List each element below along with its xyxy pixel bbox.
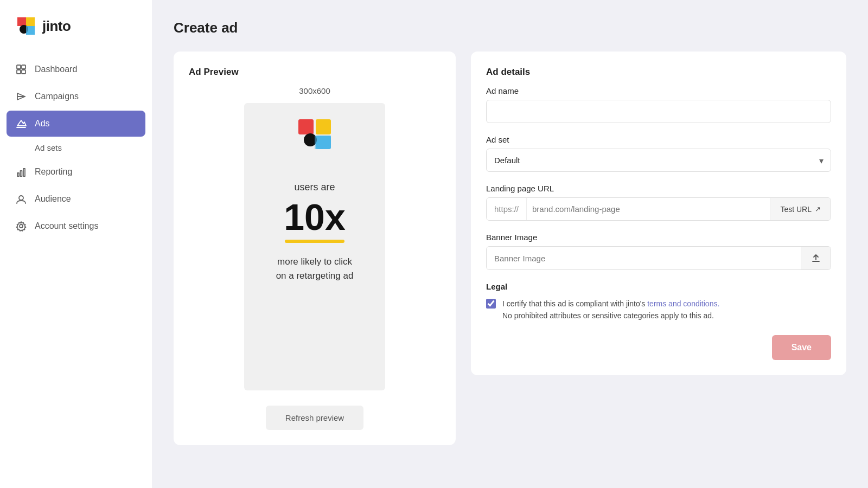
upload-button[interactable] — [801, 247, 831, 269]
main-content: Create ad Ad Preview 300x600 users are 1… — [152, 0, 868, 488]
svg-rect-2 — [22, 65, 25, 69]
page-title: Create ad — [174, 20, 846, 36]
upload-icon — [811, 253, 821, 263]
landing-page-url-label: Landing page URL — [486, 184, 831, 193]
sidebar-sub-item-label: Ad sets — [35, 143, 62, 152]
save-btn-wrap: Save — [486, 335, 831, 360]
banner-image-group: Banner Image — [486, 233, 831, 270]
save-button[interactable]: Save — [772, 335, 831, 360]
legal-text: I certify that this ad is compliant with… — [502, 298, 719, 322]
settings-icon — [15, 220, 27, 232]
preview-size-label: 300x600 — [189, 86, 441, 95]
url-input-group: https:// Test URL ↗ — [486, 197, 831, 221]
ad-set-label: Ad set — [486, 135, 831, 144]
svg-rect-1 — [17, 65, 21, 69]
ad-details-title: Ad details — [486, 67, 831, 78]
svg-rect-10 — [23, 169, 25, 176]
refresh-preview-button[interactable]: Refresh preview — [266, 406, 363, 430]
app-name: jinto — [42, 18, 71, 35]
terms-link[interactable]: terms and conditions. — [647, 299, 719, 308]
banner-input-group — [486, 246, 831, 270]
sidebar-item-dashboard[interactable]: Dashboard — [7, 56, 145, 82]
sidebar-item-ad-sets[interactable]: Ad sets — [7, 138, 145, 158]
ads-icon — [15, 118, 27, 130]
sidebar-item-label: Dashboard — [35, 65, 77, 74]
sidebar-item-campaigns[interactable]: Campaigns — [7, 84, 145, 110]
sidebar-item-audience[interactable]: Audience — [7, 186, 145, 212]
content-grid: Ad Preview 300x600 users are 10x more li… — [174, 52, 846, 445]
refresh-btn-wrap: Refresh preview — [189, 406, 441, 430]
preview-text-top: users are — [294, 182, 335, 193]
ad-set-select[interactable]: Default Set 1 Set 2 — [486, 149, 831, 172]
sidebar: jinto Dashboard Campaigns — [0, 0, 152, 488]
external-link-icon: ↗ — [815, 205, 821, 213]
sidebar-item-label: Reporting — [35, 167, 72, 177]
banner-image-input[interactable] — [487, 247, 801, 269]
sidebar-item-label: Campaigns — [35, 92, 79, 101]
preview-logo-icon — [298, 119, 331, 149]
svg-rect-14 — [316, 119, 331, 134]
sidebar-item-account-settings[interactable]: Account settings — [7, 213, 145, 239]
legal-title: Legal — [486, 282, 831, 291]
svg-rect-4 — [22, 70, 25, 74]
ad-set-group: Ad set Default Set 1 Set 2 ▾ — [486, 135, 831, 172]
preview-text-bottom: more likely to clickon a retargeting ad — [276, 255, 354, 282]
url-prefix: https:// — [487, 198, 527, 220]
url-input[interactable] — [527, 198, 770, 220]
svg-rect-8 — [17, 173, 19, 176]
dashboard-icon — [15, 63, 27, 75]
ad-preview-title: Ad Preview — [189, 67, 441, 78]
sidebar-item-reporting[interactable]: Reporting — [7, 159, 145, 185]
legal-section: Legal I certify that this ad is complian… — [486, 282, 831, 322]
test-url-button[interactable]: Test URL ↗ — [770, 198, 831, 220]
legal-checkbox[interactable] — [486, 299, 496, 309]
ad-name-label: Ad name — [486, 86, 831, 95]
ad-name-group: Ad name — [486, 86, 831, 123]
svg-point-11 — [19, 196, 23, 200]
svg-rect-9 — [21, 171, 22, 176]
svg-point-12 — [20, 224, 23, 228]
ad-preview-card: Ad Preview 300x600 users are 10x more li… — [174, 52, 456, 445]
svg-rect-3 — [17, 70, 21, 74]
legal-checkbox-row: I certify that this ad is compliant with… — [486, 298, 831, 322]
reporting-icon — [15, 166, 27, 178]
ad-name-input[interactable] — [486, 100, 831, 123]
sidebar-item-label: Account settings — [35, 221, 98, 231]
sidebar-nav: Dashboard Campaigns Ads Ad — [0, 56, 152, 239]
sidebar-item-label: Ads — [35, 119, 50, 129]
sidebar-item-ads[interactable]: Ads — [7, 111, 145, 137]
banner-image-label: Banner Image — [486, 233, 831, 242]
svg-rect-13 — [298, 119, 314, 134]
landing-page-url-group: Landing page URL https:// Test URL ↗ — [486, 184, 831, 221]
ad-preview-frame: users are 10x more likely to clickon a r… — [244, 103, 385, 390]
preview-underline — [285, 240, 344, 243]
ad-set-select-wrapper: Default Set 1 Set 2 ▾ — [486, 149, 831, 172]
logo-area: jinto — [0, 0, 152, 56]
campaigns-icon — [15, 91, 27, 102]
jinto-logo-icon — [15, 15, 37, 37]
preview-number: 10x — [284, 198, 345, 235]
audience-icon — [15, 193, 27, 205]
sidebar-item-label: Audience — [35, 194, 71, 204]
test-url-label: Test URL — [780, 205, 812, 214]
ad-details-card: Ad details Ad name Ad set Default Set 1 … — [471, 52, 846, 375]
